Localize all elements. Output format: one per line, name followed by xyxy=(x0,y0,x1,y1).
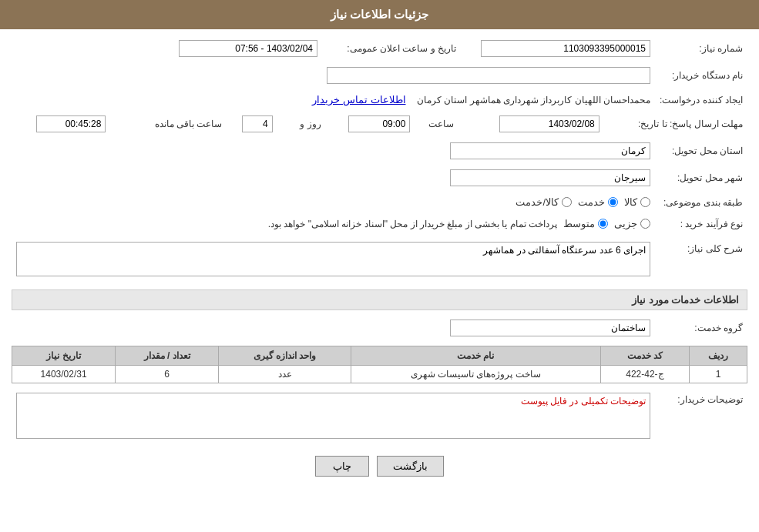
radio-motawaset-group[interactable]: متوسط xyxy=(563,218,608,229)
gorohe-khedmat-label: گروه خدمت: xyxy=(694,323,743,333)
radio-kala-khedmat-label: کالا/خدمت xyxy=(516,196,559,208)
col-tedad: تعداد / مقدار xyxy=(116,346,219,366)
gorohe-khedmat-input[interactable] xyxy=(450,320,650,336)
saat-input[interactable] xyxy=(348,115,410,132)
shomara-niaz-input[interactable] xyxy=(481,40,650,57)
radio-motawaset[interactable] xyxy=(598,219,608,229)
radio-khedmat-label: خدمت xyxy=(578,196,605,208)
radio-kala[interactable] xyxy=(640,197,650,207)
col-radif: ردیف xyxy=(690,346,747,366)
tabaqebandi-label: طبقه بندی موضوعی: xyxy=(663,197,743,208)
page-header: جزئیات اطلاعات نیاز xyxy=(0,0,759,29)
name-dastgah-label: نام دستگاه خریدار: xyxy=(672,70,743,81)
radio-jozvi[interactable] xyxy=(640,219,650,229)
shomara-niaz-label: شماره نیاز: xyxy=(699,43,743,54)
col-name: نام خدمت xyxy=(351,346,600,366)
ijad-konande-value: محمداحسان اللهیان کاربرداز شهرداری هماشه… xyxy=(417,95,650,105)
towziyat-textarea[interactable]: توضیحات تکمیلی در فایل پیوست xyxy=(16,393,650,439)
baqimande-label: ساعت باقی مانده xyxy=(155,119,223,129)
print-button[interactable]: چاپ xyxy=(315,456,369,477)
baqimande-input[interactable] xyxy=(36,115,106,132)
radio-kala-khedmat-group[interactable]: کالا/خدمت xyxy=(516,196,572,208)
date-input[interactable] xyxy=(499,115,599,132)
mohlat-ersal-label: مهلت ارسال پاسخ: تا تاریخ: xyxy=(638,119,743,129)
ettelaat-tamas-link[interactable]: اطلاعات تماس خریدار xyxy=(312,94,405,105)
radio-kala-group[interactable]: کالا xyxy=(624,196,650,208)
notice-text: پرداخت تمام یا بخشی از مبلغ خریدار از مح… xyxy=(268,219,557,229)
col-tarikh: تاریخ نیاز xyxy=(12,346,116,366)
header-title: جزئیات اطلاعات نیاز xyxy=(331,8,428,21)
noue-farayand-label: نوع فرآیند خرید : xyxy=(680,219,743,229)
radio-motawaset-label: متوسط xyxy=(563,218,595,229)
roz-input[interactable] xyxy=(242,115,273,132)
radio-jozvi-label: جزیی xyxy=(614,218,637,229)
name-dastgah-input[interactable] xyxy=(327,67,650,84)
back-button[interactable]: بازگشت xyxy=(377,456,444,477)
khadamat-section-title: اطلاعات خدمات مورد نیاز xyxy=(12,289,747,310)
radio-khedmat[interactable] xyxy=(608,197,618,207)
button-row: بازگشت چاپ xyxy=(12,456,747,477)
ostan-tahvil-input[interactable] xyxy=(450,142,650,159)
radio-kala-khedmat[interactable] xyxy=(562,197,572,207)
shahr-tahvil-label: شهر محل تحویل: xyxy=(677,172,743,183)
services-table: ردیف کد خدمت نام خدمت واحد اندازه گیری ت… xyxy=(12,346,747,383)
table-row: 1ج-42-422ساخت پروژه‌های تاسیسات شهریعدد6… xyxy=(12,366,747,383)
shahr-tahvil-input[interactable] xyxy=(450,169,650,186)
col-vahed: واحد اندازه گیری xyxy=(219,346,351,366)
radio-kala-label: کالا xyxy=(624,196,637,208)
col-code: کد خدمت xyxy=(600,346,690,366)
radio-jozvi-group[interactable]: جزیی xyxy=(614,218,650,229)
ijad-konande-label: ایجاد کننده درخواست: xyxy=(660,95,743,105)
radio-khedmat-group[interactable]: خدمت xyxy=(578,196,618,208)
saat-label: ساعت xyxy=(428,119,454,129)
roz-label: روز و xyxy=(300,119,321,129)
tarikh-elan-label: تاریخ و ساعت اعلان عمومی: xyxy=(347,43,456,54)
sharh-koli-textarea[interactable]: اجرای 6 عدد سرعتگاه آسفالتی در هماشهر xyxy=(16,242,650,276)
tarikh-elan-input[interactable] xyxy=(179,40,317,57)
sharh-koli-label: شرح کلی نیاز: xyxy=(687,243,743,254)
ostan-tahvil-label: استان محل تحویل: xyxy=(672,146,743,156)
towziyat-label: توضیحات خریدار: xyxy=(677,394,743,405)
